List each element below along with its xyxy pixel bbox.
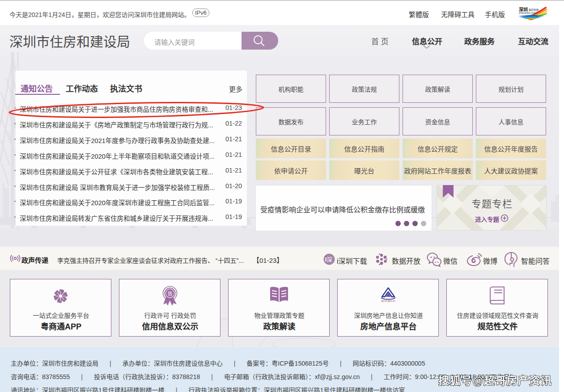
svg-text:深: 深 [327,256,332,263]
svg-text:深圳: 深圳 [519,7,528,12]
svg-text:信: 信 [168,291,173,296]
svg-text:政府在线: 政府在线 [529,8,539,12]
svg-text:zjj.sz.gov.cn: zjj.sz.gov.cn [381,299,395,302]
svg-text:SHENZHEN CHINA: SHENZHEN CHINA [519,12,538,14]
